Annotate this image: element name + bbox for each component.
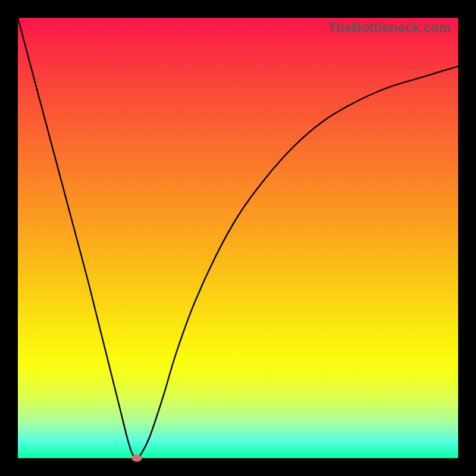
- bottleneck-curve: [18, 18, 458, 458]
- plot-area: TheBottleneck.com: [18, 18, 458, 458]
- chart-frame: TheBottleneck.com: [0, 0, 476, 476]
- optimal-point-marker: [131, 455, 142, 462]
